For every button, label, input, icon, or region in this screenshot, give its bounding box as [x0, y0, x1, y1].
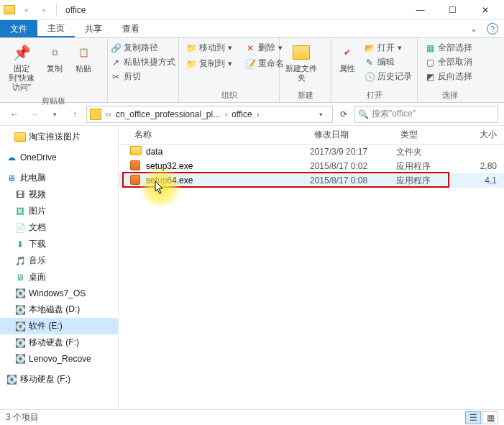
column-date[interactable]: 修改日期	[310, 129, 396, 141]
copy-path-button[interactable]: 🔗复制路径	[108, 41, 178, 55]
pin-quick-access-button[interactable]: 📌 固定到"快速访问"	[4, 41, 39, 94]
close-button[interactable]: ✕	[469, 0, 501, 20]
document-icon: 📄	[14, 222, 26, 234]
status-bar: 3 个项目 ☰ ▦	[0, 409, 504, 425]
nav-mobile-f-root[interactable]: 💽移动硬盘 (F:)	[0, 371, 118, 388]
chevron-right-icon: ›	[255, 109, 261, 119]
breadcrumb-seg-1[interactable]: cn_office_professional_pl...	[113, 109, 223, 119]
explorer-body: 淘宝推送图片 ☁OneDrive 🖥此电脑 🎞视频 🖼图片 📄文档 ⬇下载 🎵音…	[0, 126, 504, 410]
group-select-label: 选择	[422, 88, 478, 101]
copy-button[interactable]: ⧉ 复制	[42, 41, 68, 75]
select-all-button[interactable]: ▦全部选择	[422, 41, 475, 55]
qat-icon-1[interactable]: ▫	[20, 4, 33, 17]
nav-mobile-f[interactable]: 💽移动硬盘 (F:)	[0, 334, 118, 351]
invert-icon: ◩	[425, 72, 435, 82]
navigation-pane[interactable]: 淘宝推送图片 ☁OneDrive 🖥此电脑 🎞视频 🖼图片 📄文档 ⬇下载 🎵音…	[0, 126, 119, 410]
title-bar: ▫ ▫ office — ☐ ✕	[0, 0, 504, 20]
history-icon: 🕓	[365, 72, 375, 82]
qat-icon-2[interactable]: ▫	[37, 4, 50, 17]
minimize-button[interactable]: —	[404, 0, 436, 20]
nav-downloads[interactable]: ⬇下载	[0, 236, 118, 252]
forward-button[interactable]: →	[26, 106, 43, 123]
pin-icon: 📌	[12, 42, 32, 63]
drive-icon: 💽	[6, 374, 17, 385]
music-icon: 🎵	[14, 255, 26, 267]
chevron-right-icon: ›	[223, 109, 229, 119]
breadcrumb-dropdown[interactable]: ▾	[312, 106, 329, 123]
nav-taobao[interactable]: 淘宝推送图片	[0, 129, 118, 145]
edit-button[interactable]: ✎编辑	[362, 55, 415, 69]
up-button[interactable]: ↑	[66, 106, 83, 123]
edit-icon: ✎	[365, 58, 375, 68]
nav-this-pc[interactable]: 🖥此电脑	[0, 170, 118, 186]
ribbon-tabs: 文件 主页 共享 查看 ⌄ ?	[0, 20, 504, 38]
properties-icon: ✔	[337, 42, 357, 63]
breadcrumb[interactable]: ‹‹ cn_office_professional_pl... › office…	[86, 106, 333, 123]
back-button[interactable]: ←	[6, 106, 23, 123]
refresh-button[interactable]: ⟳	[336, 106, 352, 122]
properties-button[interactable]: ✔ 属性	[336, 41, 359, 75]
column-type[interactable]: 类型	[396, 129, 468, 141]
folder-icon	[130, 146, 142, 157]
drive-icon: 💽	[14, 288, 26, 299]
chevron-left-icon[interactable]: ‹‹	[104, 109, 113, 119]
nav-videos[interactable]: 🎞视频	[0, 186, 118, 203]
details-view-button[interactable]: ☰	[465, 411, 481, 424]
column-headers[interactable]: 名称 修改日期 类型 大小	[119, 126, 504, 145]
help-icon[interactable]: ?	[487, 23, 498, 35]
nav-documents[interactable]: 📄文档	[0, 219, 118, 236]
folder-icon	[14, 132, 26, 143]
nav-local-d[interactable]: 💽本地磁盘 (D:)	[0, 301, 118, 318]
file-list[interactable]: data 2017/3/9 20:17 文件夹 setup32.exe 2015…	[119, 145, 504, 410]
new-folder-button[interactable]: 新建文件夹	[284, 41, 319, 84]
select-none-button[interactable]: ▢全部取消	[422, 55, 475, 69]
select-none-icon: ▢	[425, 58, 435, 68]
ribbon: 📌 固定到"快速访问" ⧉ 复制 📋 粘贴 剪贴板 🔗复制路径 ↗粘贴快捷方式 …	[0, 38, 504, 103]
tab-home[interactable]: 主页	[37, 20, 75, 37]
select-all-icon: ▦	[425, 43, 435, 53]
folder-icon	[3, 4, 16, 17]
nav-soft-e[interactable]: 💽软件 (E:)	[0, 318, 118, 334]
tab-share[interactable]: 共享	[75, 20, 112, 37]
open-button[interactable]: 📂打开 ▾	[362, 41, 415, 55]
paste-button[interactable]: 📋 粘贴	[70, 41, 96, 75]
move-to-button[interactable]: 📁移动到 ▾	[183, 41, 235, 55]
column-name[interactable]: 名称	[130, 129, 310, 141]
tab-file[interactable]: 文件	[0, 20, 37, 37]
file-row[interactable]: setup32.exe 2015/8/17 0:02 应用程序 2,80	[119, 159, 504, 173]
nav-desktop[interactable]: 🖥桌面	[0, 269, 118, 285]
file-row[interactable]: data 2017/3/9 20:17 文件夹	[119, 145, 504, 159]
icons-view-button[interactable]: ▦	[482, 411, 498, 424]
breadcrumb-seg-2[interactable]: office	[229, 109, 255, 119]
pc-icon: 🖥	[6, 173, 17, 184]
column-size[interactable]: 大小	[468, 129, 504, 141]
nav-music[interactable]: 🎵音乐	[0, 252, 118, 269]
ribbon-collapse-icon[interactable]: ⌄	[467, 22, 481, 36]
nav-win7-os[interactable]: 💽Windows7_OS	[0, 285, 118, 301]
paste-shortcut-button[interactable]: ↗粘贴快捷方式	[108, 55, 178, 69]
new-folder-icon	[291, 42, 311, 63]
nav-lenovo[interactable]: 💽Lenovo_Recove	[0, 351, 118, 367]
drive-icon: 💽	[14, 337, 26, 349]
copy-to-button[interactable]: 📁复制到 ▾	[183, 57, 235, 70]
nav-onedrive[interactable]: ☁OneDrive	[0, 150, 118, 165]
copy-icon: ⧉	[45, 42, 65, 63]
copyto-icon: 📁	[186, 59, 196, 69]
exe-icon	[130, 175, 142, 186]
recent-button[interactable]: ▾	[46, 106, 63, 123]
path-icon: 🔗	[111, 43, 121, 53]
breadcrumb-folder-icon	[90, 109, 101, 120]
search-input[interactable]: 🔍 搜索"office"	[354, 106, 498, 123]
drive-icon: 💽	[14, 353, 26, 365]
invert-selection-button[interactable]: ◩反向选择	[422, 70, 475, 83]
nav-pictures[interactable]: 🖼图片	[0, 203, 118, 219]
file-row[interactable]: setup64.exe 2015/8/17 0:08 应用程序 4,1	[119, 173, 504, 188]
status-item-count: 3 个项目	[6, 411, 39, 424]
history-button[interactable]: 🕓历史记录	[362, 70, 415, 83]
maximize-button[interactable]: ☐	[436, 0, 469, 20]
cut-button[interactable]: ✂剪切	[108, 70, 178, 83]
tab-view[interactable]: 查看	[112, 20, 150, 37]
exe-icon	[130, 160, 142, 172]
qat-separator	[56, 4, 57, 17]
drive-icon: 💽	[14, 321, 26, 332]
